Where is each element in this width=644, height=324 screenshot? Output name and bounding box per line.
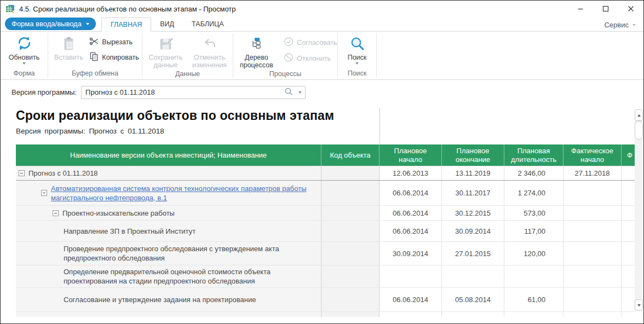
row-plan-duration: 120,00 — [504, 242, 564, 265]
row-clipped-cell — [622, 221, 636, 241]
vertical-scroll-thumb[interactable] — [635, 121, 643, 140]
report-area: Сроки реализации объектов по основным эт… — [1, 108, 643, 324]
paste-label: Вставить — [54, 54, 83, 61]
row-plan-start: 06.06.2014 — [380, 288, 442, 311]
row-plan-end: 30.12.2015 — [442, 206, 504, 220]
tab-view[interactable]: ВИД — [151, 17, 183, 31]
table-row[interactable]: Определение предварительной оценочной ст… — [16, 265, 636, 287]
combo-dropdown-icon[interactable] — [298, 91, 302, 94]
form-io-menu-button[interactable]: Форма ввода/вывода — [5, 18, 96, 30]
save-data-button[interactable]: Сохранить данные — [145, 32, 187, 69]
collapse-toggle-icon[interactable] — [41, 190, 47, 196]
minimize-button[interactable] — [568, 1, 593, 17]
search-button[interactable]: Поиск — [340, 32, 375, 68]
arrow-up-icon — [637, 114, 641, 117]
arrow-down-icon — [637, 304, 641, 306]
ribbon-tab-bar: Форма ввода/вывода ГЛАВНАЯ ВИД ТАБЛИЦА С… — [1, 17, 643, 32]
table-row[interactable]: Проектно-изыскательские работы 06.06.201… — [16, 205, 636, 220]
column-header-plan-duration[interactable]: Плановая длительность — [504, 144, 564, 166]
tab-table-label: ТАБЛИЦА — [192, 20, 224, 28]
row-plan-duration — [504, 265, 564, 287]
tab-table[interactable]: ТАБЛИЦА — [183, 17, 233, 31]
row-plan-end: 30.11.2017 — [442, 181, 504, 205]
process-tree-button[interactable]: Дерево процессов — [233, 32, 279, 69]
paste-button[interactable]: Вставить — [51, 32, 86, 68]
row-fact-start — [564, 181, 622, 205]
service-menu[interactable]: Сервис — [604, 21, 636, 29]
column-header-plan-end[interactable]: Плановое окончание — [442, 144, 504, 166]
reject-slash-icon — [284, 53, 294, 64]
approve-label: Согласовать — [297, 39, 337, 47]
reject-button[interactable]: Отклонить — [284, 53, 337, 64]
undo-icon — [203, 34, 217, 53]
tab-home-label: ГЛАВНАЯ — [111, 21, 142, 28]
tab-home[interactable]: ГЛАВНАЯ — [101, 18, 151, 32]
approve-button[interactable]: Согласовать — [284, 37, 337, 48]
column-header-name[interactable]: Наименование версии объекта инвестиций; … — [16, 144, 321, 166]
table-row[interactable]: Прогноз с 01.11.2018 12.06.2013 13.11.20… — [16, 166, 636, 180]
search-icon — [350, 34, 365, 53]
tab-view-label: ВИД — [160, 20, 174, 28]
table-header-row: Наименование версии объекта инвестиций; … — [16, 144, 636, 166]
column-header-plan-start[interactable]: Плановое начало — [380, 144, 442, 166]
frozen-column-divider — [380, 108, 380, 144]
group-label-search: Поиск — [338, 68, 376, 79]
row-clipped-cell — [622, 166, 636, 180]
row-plan-end — [442, 265, 504, 287]
report-title: Сроки реализации объектов по основным эт… — [16, 108, 643, 123]
column-header-fact-start[interactable]: Фактическое начало — [564, 144, 622, 166]
collapse-toggle-icon[interactable] — [19, 170, 25, 176]
scroll-down-button[interactable] — [635, 299, 643, 311]
refresh-button[interactable]: Обновить — [5, 32, 43, 68]
collapse-toggle-icon[interactable] — [53, 210, 59, 216]
vertical-scrollbar[interactable] — [635, 109, 643, 311]
search-label: Поиск — [348, 54, 367, 61]
version-input[interactable] — [81, 86, 306, 99]
object-link[interactable]: Автоматизированная система контроля техн… — [51, 184, 315, 202]
row-name: Проведение предпроектного обследования с… — [64, 244, 315, 263]
column-header-code[interactable]: Код объекта — [321, 144, 380, 166]
row-plan-start: 12.06.2013 — [380, 166, 442, 180]
row-clipped-cell — [622, 181, 636, 205]
row-fact-start: 27.11.2018 — [564, 166, 622, 180]
row-name: Согласование и утверждение задания на пр… — [64, 295, 256, 304]
table-row-partial — [16, 311, 636, 317]
paste-icon — [61, 34, 76, 53]
report-subtitle: Версия программы: Прогноз с 01.11.2018 — [16, 127, 643, 135]
maximize-button[interactable] — [593, 1, 618, 17]
group-label-clipboard: Буфер обмена — [48, 68, 142, 79]
row-plan-end: 30.09.2014 — [442, 221, 504, 241]
version-bar: Версия программы: — [1, 80, 643, 105]
table-row[interactable]: Автоматизированная система контроля техн… — [16, 180, 636, 205]
row-clipped-cell — [622, 206, 636, 220]
copy-icon — [89, 52, 99, 63]
row-plan-end: 27.01.2015 — [442, 242, 504, 265]
lookup-search-icon[interactable] — [284, 87, 294, 98]
table-row[interactable]: Согласование и утверждение задания на пр… — [16, 287, 636, 311]
group-label-processes: Процессы — [233, 69, 337, 80]
scroll-up-button[interactable] — [635, 109, 643, 121]
row-plan-end: 05.08.2014 — [442, 288, 504, 311]
row-name: Определение предварительной оценочной ст… — [64, 267, 315, 286]
row-plan-start: 30.09.2014 — [380, 242, 442, 265]
ribbon-group-search: Поиск Поиск — [338, 32, 376, 79]
scissors-icon — [89, 37, 99, 48]
row-fact-start — [564, 206, 622, 220]
undo-changes-button[interactable]: Отменить изменения — [189, 32, 231, 69]
app-icon — [5, 4, 15, 14]
row-plan-start: 06.06.2014 — [380, 206, 442, 220]
table-row[interactable]: Направление ЗП в Проектный Институт 06.0… — [16, 220, 636, 241]
ribbon-group-form: Обновить Форма — [1, 32, 48, 79]
row-clipped-cell — [622, 242, 636, 265]
copy-button[interactable]: Копировать — [89, 52, 139, 63]
row-plan-duration: 117,00 — [504, 221, 564, 241]
column-header-clipped[interactable]: Ф — [622, 144, 636, 166]
undo-label: Отменить изменения — [189, 54, 231, 69]
close-button[interactable] — [618, 1, 643, 17]
cut-button[interactable]: Вырезать — [89, 37, 139, 48]
row-name: Проектно-изыскательские работы — [62, 209, 175, 218]
reject-label: Отклонить — [297, 55, 331, 62]
service-menu-label: Сервис — [604, 21, 629, 29]
titlebar: 4.5. Сроки реализации объектов по основн… — [1, 1, 643, 17]
table-row[interactable]: Проведение предпроектного обследования с… — [16, 241, 636, 265]
